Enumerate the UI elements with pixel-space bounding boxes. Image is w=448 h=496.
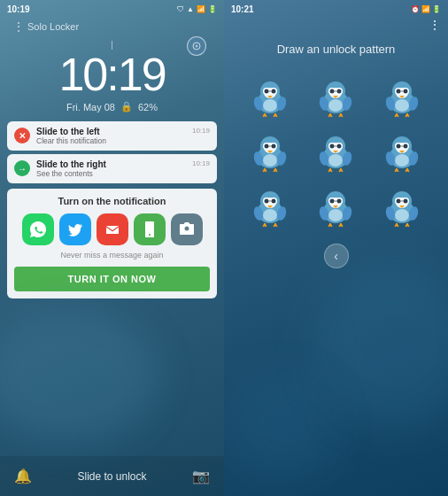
svg-point-1	[196, 45, 198, 48]
status-bar-left: 10:19 🛡 ▲ 📶 🔋	[0, 0, 224, 18]
svg-point-18	[330, 89, 335, 94]
pattern-dot-9[interactable]	[374, 183, 430, 229]
pattern-dot-3[interactable]	[374, 74, 430, 120]
status-bar-right: 10:21 ⏰ 📶 🔋	[224, 0, 448, 18]
pattern-dot-2[interactable]	[307, 74, 364, 120]
pendant-circle	[187, 36, 206, 56]
bird-6[interactable]	[379, 128, 425, 174]
pendant-icon	[191, 41, 202, 51]
status-time-right: 10:21	[231, 4, 254, 14]
notif-2-title: Slide to the right	[36, 159, 186, 169]
bird-2[interactable]	[313, 74, 359, 120]
date-label: Fri. May 08	[66, 102, 115, 112]
pattern-grid[interactable]	[224, 74, 448, 229]
right-panel: 10:21 ⏰ 📶 🔋 ⋮ Draw an unlock pattern	[224, 0, 448, 496]
clock-display: 10:19 Fri. May 08 🔒 62%	[0, 41, 224, 112]
svg-point-95	[396, 199, 400, 204]
wifi-icon: 📶	[197, 5, 205, 13]
notifications-list: ✕ Slide to the left Clear this notificat…	[7, 121, 217, 183]
gmail-icon[interactable]	[97, 213, 128, 245]
app-name-bar: ⋮ Solo Locker	[0, 18, 224, 35]
notif-2-content: Slide to the right See the contents	[36, 159, 186, 178]
bird-8[interactable]	[313, 183, 359, 229]
bird-7[interactable]	[247, 183, 293, 229]
camera-bottom-icon[interactable]: 📷	[192, 468, 210, 484]
right-menu-dots[interactable]: ⋮	[224, 18, 448, 32]
svg-point-74	[272, 199, 276, 204]
never-miss-label: Never miss a message again	[14, 251, 210, 260]
svg-point-85	[337, 199, 342, 204]
svg-point-34	[395, 99, 409, 112]
svg-point-67	[395, 154, 409, 167]
bird-1[interactable]	[247, 74, 293, 120]
clock-date: Fri. May 08 🔒 62%	[0, 101, 224, 112]
svg-point-30	[403, 89, 407, 94]
whatsapp-icon[interactable]	[22, 213, 54, 245]
pattern-dot-8[interactable]	[307, 183, 364, 229]
svg-point-29	[396, 89, 400, 94]
svg-point-100	[395, 209, 409, 221]
slide-to-unlock-label: Slide to unlock	[32, 470, 192, 483]
svg-point-45	[263, 154, 277, 167]
notification-2[interactable]: → Slide to the right See the contents 10…	[7, 154, 217, 183]
turn-on-title: Turn on the notification	[14, 196, 210, 206]
svg-point-23	[328, 99, 343, 112]
battery-icon: 🔋	[208, 5, 217, 13]
shield-icon: 🛡	[177, 5, 184, 13]
svg-point-52	[337, 144, 342, 149]
notif-1-sub: Clear this notification	[36, 136, 186, 145]
bird-3[interactable]	[379, 74, 425, 120]
phone-icon[interactable]	[134, 213, 166, 245]
svg-point-51	[330, 144, 335, 149]
turn-it-on-button[interactable]: TURN IT ON NOW	[14, 267, 210, 291]
svg-point-41	[272, 144, 276, 149]
clock-time: 10:19	[0, 51, 224, 97]
notif-2-time: 10:19	[192, 159, 210, 167]
clock-pendant	[187, 36, 206, 56]
menu-dots-icon[interactable]: ⋮	[12, 19, 24, 34]
bird-9[interactable]	[379, 183, 425, 229]
svg-point-62	[396, 144, 400, 149]
notif-1-title: Slide to the left	[36, 127, 186, 136]
notif-2-sub: See the contents	[36, 169, 186, 178]
left-bottom-bar: 🔔 Slide to unlock 📷	[0, 456, 224, 496]
notification-1[interactable]: ✕ Slide to the left Clear this notificat…	[7, 121, 217, 151]
bell-icon: 🔔	[14, 468, 32, 484]
svg-point-40	[265, 144, 269, 149]
draw-pattern-label: Draw an unlock pattern	[224, 43, 448, 56]
svg-point-19	[337, 89, 342, 94]
camera-icon[interactable]	[171, 213, 203, 245]
svg-point-78	[263, 209, 277, 221]
pattern-dot-6[interactable]	[374, 128, 430, 174]
lock-icon: 🔒	[120, 101, 133, 112]
notif-icon-dismiss: ✕	[14, 128, 30, 143]
signal-icon: ▲	[187, 5, 194, 13]
pattern-dot-7[interactable]	[242, 183, 298, 229]
pattern-dot-5[interactable]	[307, 128, 364, 174]
svg-point-84	[330, 199, 335, 204]
status-icons-left: 🛡 ▲ 📶 🔋	[177, 5, 217, 13]
notif-1-content: Slide to the left Clear this notificatio…	[36, 127, 186, 145]
bird-4[interactable]	[247, 128, 293, 174]
alarm-icon: ⏰	[411, 5, 420, 13]
svg-point-89	[328, 209, 343, 221]
notif-icon-open: →	[14, 160, 30, 176]
svg-point-56	[328, 154, 343, 167]
svg-point-73	[265, 199, 269, 204]
status-time-left: 10:19	[7, 4, 30, 14]
svg-point-8	[272, 89, 276, 94]
app-name-label: Solo Locker	[27, 21, 79, 32]
pattern-dot-4[interactable]	[242, 128, 298, 174]
bird-5[interactable]	[313, 128, 359, 174]
battery-percent: 62%	[138, 102, 158, 112]
left-panel: 10:19 🛡 ▲ 📶 🔋 ⋮ Solo Locker 10:19 Fri. M…	[0, 0, 224, 496]
svg-point-7	[265, 89, 269, 94]
back-button[interactable]: ‹	[324, 244, 349, 268]
svg-point-63	[403, 144, 407, 149]
svg-point-96	[403, 199, 407, 204]
twitter-icon[interactable]	[59, 213, 91, 245]
battery-right-icon: 🔋	[432, 5, 441, 13]
pattern-dot-1[interactable]	[242, 74, 298, 120]
wifi-right-icon: 📶	[421, 5, 430, 13]
status-icons-right: ⏰ 📶 🔋	[411, 5, 441, 13]
